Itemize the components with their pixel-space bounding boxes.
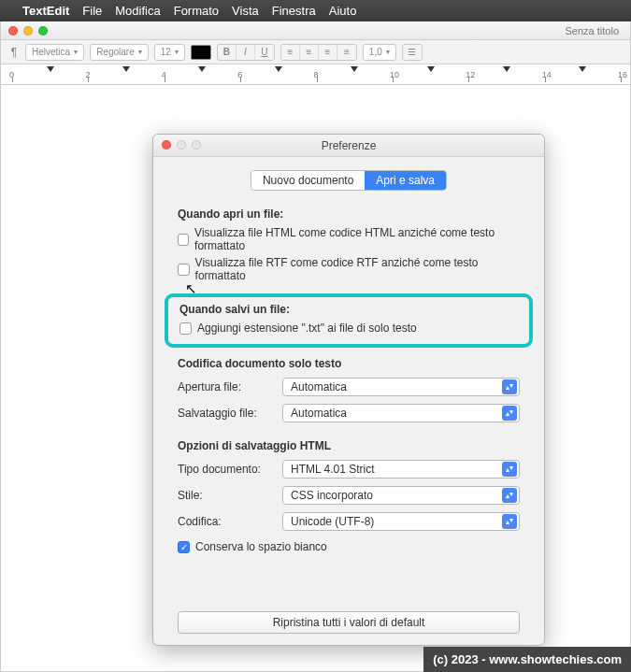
select-doctype[interactable]: HTML 4.01 Strict [282,460,520,479]
tab-open-save[interactable]: Apri e salva [365,171,446,190]
prefs-minimize-button [177,140,186,150]
heading-html-options: Opzioni di salvataggio HTML [178,439,520,452]
chevron-updown-icon [502,488,517,503]
select-style[interactable]: CSS incorporato [282,486,520,505]
checkbox-add-txt-extension[interactable] [179,322,192,335]
menu-file[interactable]: File [82,4,102,18]
align-justify-icon[interactable]: ≡ [337,45,356,60]
checkbox-preserve-whitespace[interactable] [178,541,190,553]
italic-icon[interactable]: I [237,45,255,60]
chevron-updown-icon [502,406,517,421]
prefs-tabbar: Nuovo documento Apri e salva [153,157,544,200]
zoom-button[interactable] [38,26,48,36]
menu-edit[interactable]: Modifica [115,4,160,18]
tab-new-document[interactable]: Nuovo documento [251,171,365,190]
doc-titlebar: Senza titolo [1,21,630,40]
prefs-close-button[interactable] [162,140,171,150]
menu-window[interactable]: Finestra [272,4,316,18]
checkbox-display-rtf[interactable] [178,264,190,276]
highlight-save-section: Quando salvi un file: Aggiungi estension… [165,293,533,348]
label-opening-files: Apertura file: [178,380,275,393]
chevron-updown-icon [502,462,517,477]
underline-icon[interactable]: U [255,45,274,60]
label-saving-files: Salvataggio file: [178,407,275,420]
align-right-icon[interactable]: ≡ [319,45,337,60]
align-center-icon[interactable]: ≡ [300,45,319,60]
font-style-select[interactable]: Regolare [90,44,149,61]
paragraph-direction-icon[interactable]: ¶ [8,46,20,59]
menu-help[interactable]: Aiuto [329,4,357,18]
prefs-titlebar: Preferenze [153,135,544,157]
label-add-txt-extension: Aggiungi estensione ".txt" ai file di so… [197,322,417,335]
prefs-title: Preferenze [322,139,377,152]
label-display-html: Visualizza file HTML come codice HTML an… [194,226,520,252]
checkbox-display-html[interactable] [178,234,189,246]
minimize-button[interactable] [23,26,33,36]
bold-icon[interactable]: B [218,45,237,60]
list-segment[interactable]: ☰ [402,44,423,61]
chevron-updown-icon [502,514,517,529]
font-family-select[interactable]: Helvetica [25,44,84,61]
align-left-icon[interactable]: ≡ [281,45,300,60]
label-preserve-whitespace: Conserva lo spazio bianco [195,540,327,553]
format-toolbar: ¶ Helvetica Regolare 12 BIU ≡≡≡≡ 1,0 ☰ [1,40,630,64]
preferences-window: Preferenze Nuovo documento Apri e salva … [152,134,545,646]
text-color-well[interactable] [191,45,211,60]
app-menu[interactable]: TextEdit [22,4,69,18]
restore-defaults-button[interactable]: Ripristina tutti i valori di default [178,611,520,634]
select-saving-encoding[interactable]: Automatica [282,404,520,422]
select-encoding[interactable]: Unicode (UTF-8) [282,512,520,531]
menu-format[interactable]: Formato [174,4,219,18]
list-icon[interactable]: ☰ [403,45,422,60]
menu-view[interactable]: Vista [232,4,259,18]
watermark: (c) 2023 - www.showtechies.com [423,647,631,672]
label-style: Stile: [178,489,275,502]
font-size-select[interactable]: 12 [154,44,185,61]
alignment-segment[interactable]: ≡≡≡≡ [280,44,357,61]
heading-open-file: Quando apri un file: [178,207,520,221]
close-button[interactable] [8,26,18,36]
ruler[interactable]: 0246810121416 [1,64,630,85]
doc-title: Senza titolo [566,25,619,36]
heading-plaintext-encoding: Codifica documento solo testo [178,357,520,370]
label-doctype: Tipo documento: [178,463,275,476]
chevron-updown-icon [502,379,517,394]
system-menubar: TextEdit File Modifica Formato Vista Fin… [0,0,631,21]
label-encoding: Codifica: [178,515,275,528]
heading-save-file: Quando salvi un file: [179,303,518,316]
prefs-zoom-button [192,140,201,150]
select-opening-encoding[interactable]: Automatica [282,378,520,396]
text-style-segment[interactable]: BIU [217,44,275,61]
label-display-rtf: Visualizza file RTF come codice RTF anzi… [195,256,520,282]
line-spacing-select[interactable]: 1,0 [363,44,396,61]
